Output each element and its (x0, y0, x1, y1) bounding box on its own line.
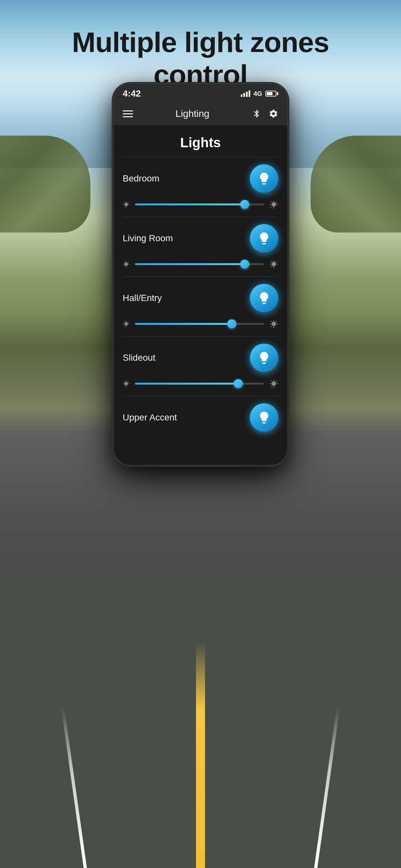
zone-living-room-slider-row (123, 257, 278, 276)
app-title: Lighting (175, 108, 209, 119)
battery-icon (266, 91, 278, 97)
zone-hall-entry-header: Hall/Entry (123, 277, 278, 317)
zone-upper-accent-toggle[interactable] (250, 403, 278, 432)
zone-bedroom-slider-thumb (240, 200, 249, 209)
zone-living-room-name: Living Room (123, 233, 173, 244)
zone-slideout-slider-row (123, 376, 278, 396)
bulb-icon-so (257, 351, 271, 365)
battery-fill (267, 92, 273, 95)
brightness-high-icon-he (269, 319, 278, 329)
brightness-high-icon-lr (269, 259, 278, 269)
brightness-high-icon-so (269, 379, 278, 388)
lte-label: 4G (253, 90, 262, 97)
hamburger-line-1 (123, 111, 133, 112)
zone-living-room: Living Room (114, 217, 287, 276)
zone-hall-entry: Hall/Entry (114, 277, 287, 336)
bulb-icon-lr (257, 231, 271, 245)
zone-slideout: Slideout (114, 337, 287, 396)
zone-bedroom-toggle[interactable] (250, 164, 278, 193)
zone-living-room-slider-fill (135, 263, 245, 265)
battery-tip (277, 92, 278, 95)
zone-slideout-toggle[interactable] (250, 344, 278, 372)
zone-bedroom-slider-fill (135, 204, 245, 206)
signal-bar-4 (249, 90, 250, 97)
zone-hall-entry-slider-fill (135, 323, 232, 325)
bulb-icon-ua (257, 410, 271, 425)
zone-slideout-name: Slideout (123, 352, 155, 363)
section-title: Lights (114, 125, 287, 157)
brightness-low-icon-he (123, 320, 130, 328)
zone-bedroom-name: Bedroom (123, 174, 159, 184)
vegetation-right (311, 135, 401, 232)
zone-bedroom-slider[interactable] (135, 204, 264, 206)
zone-slideout-slider-thumb (234, 379, 243, 388)
headline-text: Multiple light zones control (0, 26, 401, 91)
zone-slideout-slider[interactable] (135, 383, 264, 384)
status-bar: 4:42 4G (114, 84, 287, 102)
zone-bedroom: Bedroom (114, 157, 287, 217)
status-time: 4:42 (123, 89, 141, 99)
bulb-icon (257, 172, 271, 186)
signal-bars (241, 90, 250, 97)
status-icons: 4G (241, 90, 278, 97)
app-header: Lighting (114, 102, 287, 125)
zone-living-room-slider[interactable] (135, 263, 264, 265)
app-content: Lights Bedroom (114, 125, 287, 465)
center-line (196, 642, 205, 868)
signal-bar-2 (243, 93, 245, 97)
signal-bar-3 (246, 92, 248, 97)
zone-slideout-header: Slideout (123, 337, 278, 376)
brightness-low-icon (123, 201, 130, 208)
zone-hall-entry-name: Hall/Entry (123, 293, 162, 303)
signal-bar-1 (241, 94, 243, 97)
hamburger-line-2 (123, 113, 133, 114)
brightness-low-icon-lr (123, 260, 130, 268)
zone-living-room-toggle[interactable] (250, 224, 278, 252)
vegetation-left (0, 135, 90, 232)
zone-bedroom-header: Bedroom (123, 157, 278, 197)
header-right (252, 109, 278, 119)
zone-living-room-slider-thumb (240, 259, 249, 269)
headline: Multiple light zones control (0, 26, 401, 91)
zone-hall-entry-toggle[interactable] (250, 284, 278, 312)
bulb-icon-he (257, 291, 271, 305)
zone-slideout-slider-fill (135, 383, 238, 384)
zone-upper-accent-header: Upper Accent (123, 396, 278, 436)
zone-upper-accent: Upper Accent (114, 396, 287, 436)
brightness-low-icon-so (123, 380, 130, 387)
settings-icon[interactable] (269, 109, 278, 119)
zone-living-room-header: Living Room (123, 217, 278, 257)
hamburger-line-3 (123, 116, 133, 117)
menu-button[interactable] (123, 111, 133, 117)
brightness-high-icon (269, 200, 278, 209)
phone-mockup: 4:42 4G Lighting (114, 84, 287, 465)
bluetooth-icon[interactable] (252, 109, 261, 119)
zone-upper-accent-name: Upper Accent (123, 412, 177, 423)
zone-hall-entry-slider-thumb (227, 319, 236, 329)
battery-body (266, 91, 276, 97)
zone-bedroom-slider-row (123, 197, 278, 217)
zone-hall-entry-slider-row (123, 317, 278, 336)
zone-hall-entry-slider[interactable] (135, 323, 264, 325)
